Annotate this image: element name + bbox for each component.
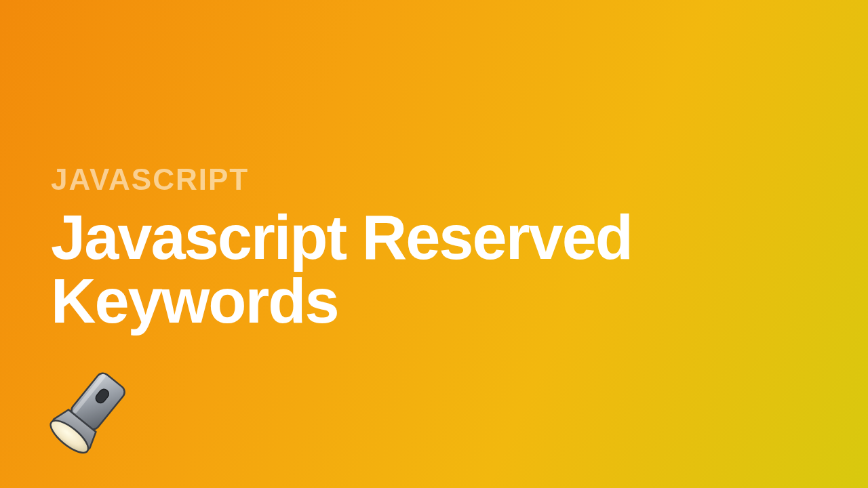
category-eyebrow: JAVASCRIPT — [51, 163, 827, 197]
page-title: Javascript Reserved Keywords — [51, 206, 827, 333]
flashlight-icon — [41, 366, 136, 461]
hero-text-block: JAVASCRIPT Javascript Reserved Keywords — [51, 163, 827, 333]
